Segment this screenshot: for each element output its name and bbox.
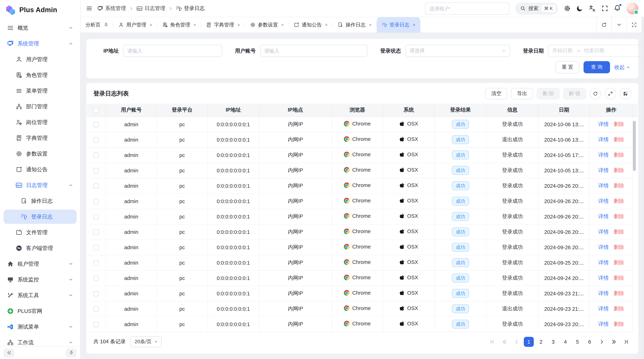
page-size-select[interactable]: 20条/页 ▼ (131, 336, 162, 347)
delete-link[interactable]: 删除 (614, 321, 624, 327)
detail-link[interactable]: 详情 (598, 137, 609, 142)
close-tab-icon[interactable]: × (194, 22, 196, 27)
detail-link[interactable]: 详情 (598, 183, 609, 188)
sidebar-item-文件管理[interactable]: 文件管理 (4, 225, 76, 240)
next-group-button[interactable] (609, 337, 619, 347)
delete-link[interactable]: 删除 (614, 137, 624, 142)
tab-角色管理[interactable]: 角色管理× (157, 17, 201, 32)
row-checkbox[interactable] (94, 214, 99, 220)
row-checkbox[interactable] (94, 168, 99, 173)
refresh-table-button[interactable] (590, 88, 601, 99)
sidebar-item-用户管理[interactable]: 用户管理 (4, 52, 76, 66)
sidebar-item-客户端管理[interactable]: 客户端管理 (4, 241, 76, 255)
sidebar-item-登录日志[interactable]: 登录日志 (4, 210, 76, 224)
account-input[interactable] (260, 45, 367, 57)
row-checkbox[interactable] (94, 291, 99, 297)
detail-link[interactable]: 详情 (598, 275, 609, 281)
sidebar-item-测试菜单[interactable]: 测试菜单 (4, 320, 76, 334)
tenant-select-input[interactable] (425, 2, 509, 14)
ip-input[interactable] (123, 45, 222, 57)
prev-page-button[interactable] (512, 337, 522, 347)
collapse-filters-link[interactable]: 收起 (614, 64, 630, 71)
detail-link[interactable]: 详情 (598, 306, 609, 312)
tab-登录日志[interactable]: 登录日志× (376, 17, 420, 32)
page-button-6[interactable]: 6 (584, 337, 595, 347)
close-tab-icon[interactable]: × (325, 22, 328, 27)
delete-link[interactable]: 删除 (614, 275, 624, 281)
row-checkbox[interactable] (94, 230, 99, 235)
sidebar-item-操作日志[interactable]: 操作日志 (4, 194, 76, 208)
tab-参数设置[interactable]: 参数设置× (245, 17, 289, 32)
tab-操作日志[interactable]: 操作日志× (333, 17, 376, 32)
detail-link[interactable]: 详情 (598, 229, 609, 235)
tab-字典管理[interactable]: 字典管理× (201, 17, 245, 32)
row-checkbox[interactable] (94, 153, 99, 158)
translate-icon[interactable]: 文A (589, 5, 596, 12)
sidebar-item-工作流[interactable]: 工作流 (4, 336, 76, 346)
menu-toggle-icon[interactable] (86, 5, 92, 11)
delete-link[interactable]: 删除 (614, 260, 624, 265)
detail-link[interactable]: 详情 (598, 260, 609, 265)
detail-link[interactable]: 详情 (598, 121, 609, 127)
next-page-button[interactable] (597, 337, 607, 347)
notifications-button[interactable] (614, 4, 621, 12)
detail-link[interactable]: 详情 (598, 152, 609, 158)
sidebar-item-部门管理[interactable]: 部门管理 (4, 99, 76, 114)
page-button-4[interactable]: 4 (560, 337, 570, 347)
query-button[interactable]: 查 询 (584, 61, 610, 73)
breadcrumb-item[interactable]: DEV日志管理 (137, 5, 165, 12)
pin-sidebar-button[interactable] (66, 349, 76, 357)
detail-link[interactable]: 详情 (598, 290, 609, 296)
export-button[interactable]: 导出 (511, 88, 533, 99)
reset-button[interactable]: 重 置 (556, 61, 579, 73)
tab-list-dropdown-button[interactable] (612, 17, 626, 32)
row-checkbox[interactable] (94, 260, 99, 266)
date-range-picker[interactable]: 开始日期 结束日期 (548, 45, 644, 57)
refresh-tab-button[interactable] (596, 17, 612, 32)
detail-link[interactable]: 详情 (598, 198, 609, 204)
sidebar-item-字典管理[interactable]: 字典管理 (4, 131, 76, 145)
page-button-5[interactable]: 5 (572, 337, 582, 347)
sidebar-item-日志管理[interactable]: DEV日志管理 (4, 178, 76, 192)
close-tab-icon[interactable]: × (369, 22, 372, 27)
page-scrollbar[interactable] (642, 17, 644, 359)
sidebar-item-租户管理[interactable]: 租户管理 (4, 257, 76, 271)
breadcrumb-item[interactable]: 系统管理 (97, 5, 126, 12)
row-checkbox[interactable] (94, 183, 99, 189)
page-button-3[interactable]: 3 (548, 337, 558, 347)
user-avatar[interactable] (626, 2, 638, 14)
select-all-checkbox[interactable] (94, 108, 99, 113)
sidebar-item-PLUS官网[interactable]: PLUS官网 (4, 304, 76, 318)
close-tab-icon[interactable]: × (281, 22, 284, 27)
row-checkbox[interactable] (94, 245, 99, 250)
delete-link[interactable]: 删除 (614, 213, 624, 219)
row-checkbox[interactable] (94, 137, 99, 143)
page-button-2[interactable]: 2 (536, 337, 546, 347)
unlock-button[interactable]: 解 锁 (563, 88, 586, 99)
tab-用户管理[interactable]: 用户管理× (114, 17, 157, 32)
delete-link[interactable]: 删除 (614, 121, 624, 127)
expand-table-button[interactable] (605, 88, 616, 99)
sidebar-item-通知公告[interactable]: 通知公告 (4, 162, 76, 177)
content-fullscreen-button[interactable] (626, 17, 642, 32)
delete-link[interactable]: 删除 (614, 198, 624, 204)
sidebar-item-岗位管理[interactable]: 岗位管理 (4, 115, 76, 129)
sidebar-item-系统工具[interactable]: 系统工具 (4, 288, 76, 303)
row-checkbox[interactable] (94, 122, 99, 127)
clear-button[interactable]: 清空 (485, 88, 507, 99)
row-checkbox[interactable] (94, 307, 99, 312)
delete-link[interactable]: 删除 (614, 244, 624, 250)
first-page-button[interactable] (487, 337, 497, 347)
delete-link[interactable]: 删除 (614, 183, 624, 188)
fullscreen-icon[interactable] (602, 5, 608, 12)
sidebar-item-概览[interactable]: 概览 (4, 21, 76, 35)
delete-link[interactable]: 删除 (614, 152, 624, 158)
collapse-sidebar-button[interactable] (4, 349, 14, 357)
delete-link[interactable]: 删除 (614, 290, 624, 296)
sidebar-item-系统管理[interactable]: 系统管理 (4, 36, 76, 51)
row-checkbox[interactable] (94, 199, 99, 204)
delete-link[interactable]: 删除 (614, 306, 624, 312)
delete-button[interactable]: 删 除 (537, 88, 560, 99)
status-select[interactable]: 请选择 (405, 45, 510, 57)
table-scrollbar-thumb[interactable] (633, 121, 636, 171)
